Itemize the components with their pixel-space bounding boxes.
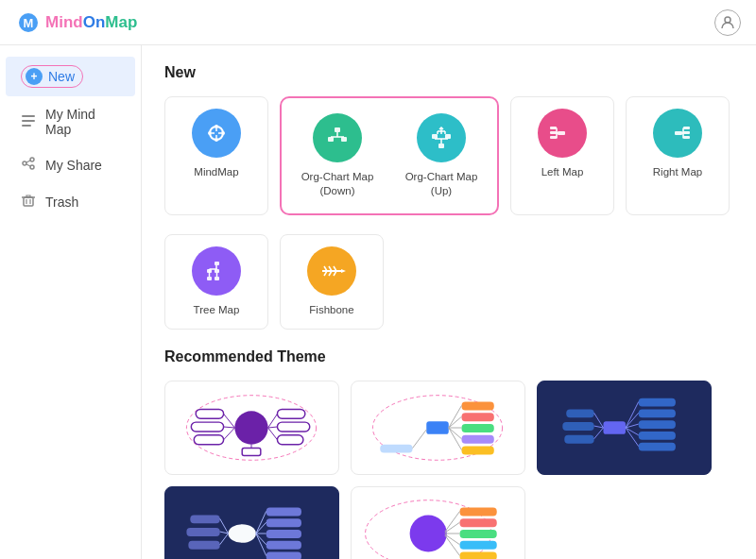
svg-rect-87 — [426, 421, 449, 434]
sidebar-trash-label: Trash — [45, 195, 78, 210]
left-map-label: Left Map — [541, 165, 584, 179]
sidebar-my-mind-map-label: My Mind Map — [45, 107, 120, 137]
svg-line-79 — [268, 427, 278, 428]
map-card-left-map[interactable]: Left Map — [510, 96, 614, 215]
sidebar-item-new[interactable]: + New — [6, 57, 135, 96]
map-card-fishbone[interactable]: Fishbone — [280, 234, 384, 330]
svg-line-93 — [449, 405, 462, 428]
svg-rect-118 — [266, 507, 301, 516]
svg-point-7 — [23, 161, 26, 165]
right-map-icon — [653, 109, 702, 158]
sidebar-item-trash[interactable]: Trash — [6, 184, 135, 219]
svg-rect-53 — [215, 262, 219, 265]
main-layout: + New My Mind Map My Share Trash New — [0, 45, 756, 559]
svg-line-127 — [256, 534, 266, 556]
svg-rect-75 — [196, 409, 223, 418]
svg-rect-49 — [683, 131, 690, 134]
svg-rect-112 — [562, 422, 593, 431]
theme-card-5[interactable] — [351, 486, 525, 559]
svg-rect-92 — [461, 446, 493, 454]
svg-rect-122 — [266, 551, 301, 559]
sidebar-item-my-mind-map[interactable]: My Mind Map — [6, 98, 135, 145]
svg-rect-84 — [242, 448, 261, 455]
trash-icon — [21, 193, 36, 211]
svg-rect-105 — [639, 442, 676, 450]
svg-text:M: M — [24, 16, 34, 30]
recommended-theme-title: Recommended Theme — [164, 348, 733, 365]
svg-rect-113 — [564, 435, 593, 444]
svg-line-116 — [594, 428, 604, 439]
svg-rect-41 — [550, 127, 557, 129]
svg-marker-69 — [341, 269, 346, 273]
svg-line-114 — [594, 413, 604, 428]
svg-line-81 — [224, 414, 235, 428]
svg-rect-119 — [266, 518, 301, 527]
svg-rect-56 — [207, 277, 212, 280]
selected-group: Org-Chart Map (Down) — [280, 96, 499, 215]
svg-point-135 — [410, 515, 447, 551]
svg-point-71 — [234, 411, 267, 444]
svg-line-94 — [449, 416, 462, 428]
svg-rect-77 — [194, 435, 223, 445]
svg-line-9 — [26, 161, 30, 162]
svg-rect-101 — [639, 398, 676, 406]
svg-line-123 — [256, 511, 266, 534]
svg-rect-128 — [190, 515, 219, 523]
theme-card-3[interactable] — [537, 381, 712, 475]
svg-rect-90 — [461, 424, 493, 432]
svg-line-124 — [256, 522, 266, 534]
svg-line-99 — [413, 430, 427, 449]
fishbone-label: Fishbone — [309, 303, 353, 317]
svg-rect-76 — [191, 422, 223, 432]
svg-rect-102 — [639, 409, 676, 417]
org-chart-up-icon — [417, 113, 466, 162]
my-share-icon — [21, 156, 36, 174]
svg-line-109 — [626, 428, 639, 435]
logo-icon: M — [15, 12, 42, 33]
svg-rect-129 — [186, 528, 219, 536]
svg-rect-104 — [639, 432, 676, 440]
svg-rect-50 — [683, 136, 690, 139]
svg-line-110 — [626, 428, 639, 447]
map-card-org-chart-down[interactable]: Org-Chart Map (Down) — [285, 102, 389, 210]
user-profile-icon[interactable] — [714, 9, 741, 36]
theme-card-1[interactable] — [164, 381, 339, 475]
svg-point-16 — [215, 125, 218, 128]
left-map-icon — [538, 109, 587, 158]
map-type-grid: MindMap Org- — [164, 96, 733, 215]
svg-rect-137 — [460, 518, 497, 527]
svg-rect-136 — [460, 507, 497, 516]
svg-rect-24 — [335, 127, 340, 132]
svg-line-145 — [445, 535, 460, 556]
svg-line-131 — [220, 518, 229, 534]
svg-rect-40 — [558, 131, 565, 135]
map-card-mindmap[interactable]: MindMap — [164, 96, 268, 215]
svg-rect-4 — [22, 120, 35, 122]
svg-rect-57 — [215, 277, 219, 280]
svg-line-133 — [220, 534, 229, 545]
sidebar-item-my-share[interactable]: My Share — [6, 147, 135, 182]
content-area: New MindMap — [142, 45, 756, 559]
svg-rect-98 — [380, 444, 412, 452]
theme-card-2[interactable] — [351, 381, 525, 475]
svg-rect-89 — [461, 413, 493, 421]
svg-rect-130 — [188, 541, 219, 550]
svg-rect-121 — [266, 541, 301, 550]
mindmap-label: MindMap — [194, 165, 238, 179]
map-card-right-map[interactable]: Right Map — [626, 96, 730, 215]
svg-rect-111 — [566, 409, 593, 417]
svg-rect-103 — [639, 420, 676, 429]
theme-card-4[interactable] — [164, 486, 339, 559]
mindmap-icon — [192, 109, 241, 158]
svg-rect-47 — [675, 131, 682, 135]
map-card-org-chart-up[interactable]: Org-Chart Map (Up) — [389, 102, 493, 210]
svg-rect-91 — [461, 435, 493, 444]
svg-point-17 — [221, 131, 225, 135]
fishbone-icon — [307, 246, 356, 296]
svg-rect-88 — [461, 401, 493, 410]
svg-point-117 — [229, 524, 256, 543]
new-section-title: New — [164, 64, 733, 81]
svg-rect-72 — [277, 409, 304, 418]
map-card-tree-map[interactable]: Tree Map — [164, 234, 268, 330]
svg-point-18 — [215, 138, 218, 142]
